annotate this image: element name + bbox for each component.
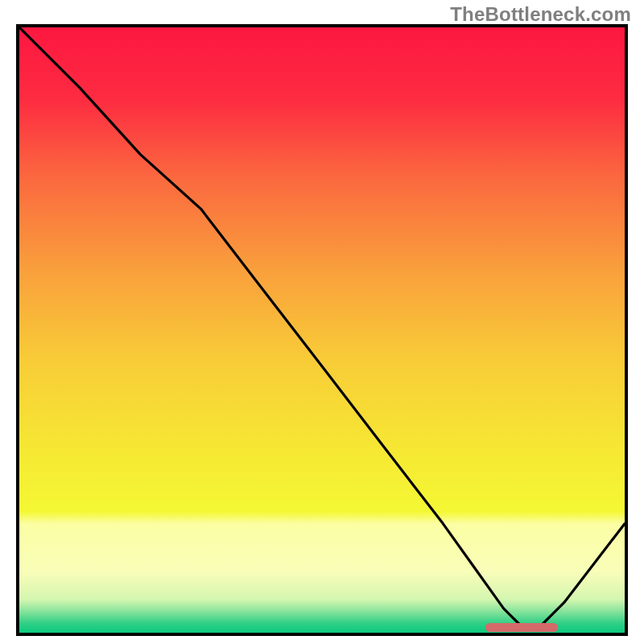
bottleneck-curve-path [19, 27, 625, 627]
watermark-text: TheBottleneck.com [450, 3, 631, 26]
minimum-region-marker [485, 623, 558, 632]
bottleneck-chart: TheBottleneck.com [0, 0, 644, 644]
curve-layer [19, 27, 625, 633]
plot-area [16, 24, 628, 636]
